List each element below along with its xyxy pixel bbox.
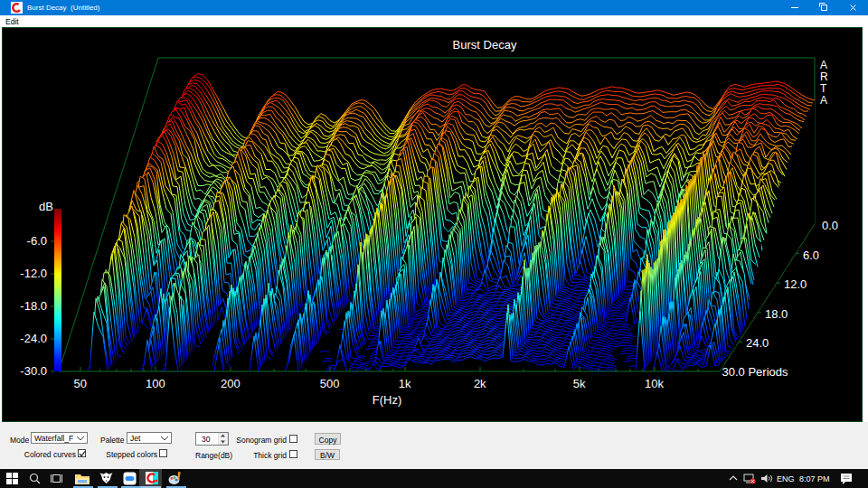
svg-text:50: 50 [74,377,87,390]
svg-text:dB: dB [39,200,53,213]
svg-text:1k: 1k [399,377,411,390]
svg-text:-6.0: -6.0 [27,234,47,248]
svg-text:A: A [820,59,827,71]
svg-text:-30.0: -30.0 [20,364,47,378]
svg-text:A: A [820,94,827,107]
svg-text:24.0: 24.0 [746,336,769,350]
svg-text:-12.0: -12.0 [20,267,47,280]
svg-text:0.0: 0.0 [822,219,838,232]
svg-text:10k: 10k [645,377,664,390]
svg-text:F(Hz): F(Hz) [373,393,402,407]
svg-text:18.0: 18.0 [765,307,788,321]
svg-text:500: 500 [320,377,340,390]
svg-text:-18.0: -18.0 [20,299,47,313]
svg-text:12.0: 12.0 [784,277,807,291]
svg-text:200: 200 [221,377,241,390]
svg-text:T: T [820,82,827,95]
svg-text:-24.0: -24.0 [20,332,47,345]
svg-text:R: R [820,70,828,83]
svg-text:5k: 5k [573,377,586,390]
svg-text:100: 100 [146,377,165,390]
svg-text:30.0 Periods: 30.0 Periods [722,365,788,379]
svg-text:6.0: 6.0 [803,249,819,262]
svg-text:Burst Decay: Burst Decay [453,38,517,52]
svg-text:2k: 2k [474,377,486,390]
